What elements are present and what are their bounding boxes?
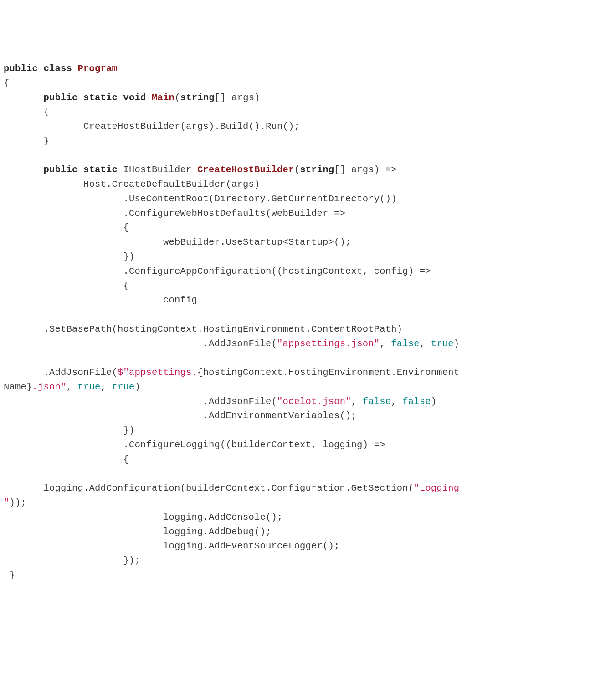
bool-true: true: [112, 382, 135, 392]
interp-dollar: $: [118, 367, 123, 378]
bool-false: false: [391, 338, 420, 349]
keyword-static: static: [83, 92, 118, 103]
type-program: Program: [78, 63, 118, 74]
string-ocelot: "ocelot.json": [277, 396, 351, 407]
bool-false: false: [363, 396, 391, 407]
keyword-class: class: [44, 63, 72, 74]
string-appsettings-env-open: "appsettings.: [123, 367, 198, 378]
bool-false: false: [402, 396, 431, 407]
code-block: public class Program { public static voi…: [4, 61, 612, 583]
keyword-static: static: [83, 164, 118, 175]
keyword-string: string: [180, 92, 215, 103]
bool-true: true: [431, 338, 454, 349]
keyword-void: void: [123, 92, 146, 103]
keyword-public: public: [4, 63, 38, 74]
bool-true: true: [78, 382, 101, 392]
keyword-public: public: [44, 164, 78, 175]
keyword-public: public: [44, 92, 78, 103]
keyword-string: string: [300, 164, 334, 175]
method-createhostbuilder: CreateHostBuilder: [197, 164, 294, 175]
method-main: Main: [152, 92, 175, 103]
string-appsettings: "appsettings.json": [277, 338, 380, 349]
string-appsettings-env-close: .json": [32, 382, 67, 392]
